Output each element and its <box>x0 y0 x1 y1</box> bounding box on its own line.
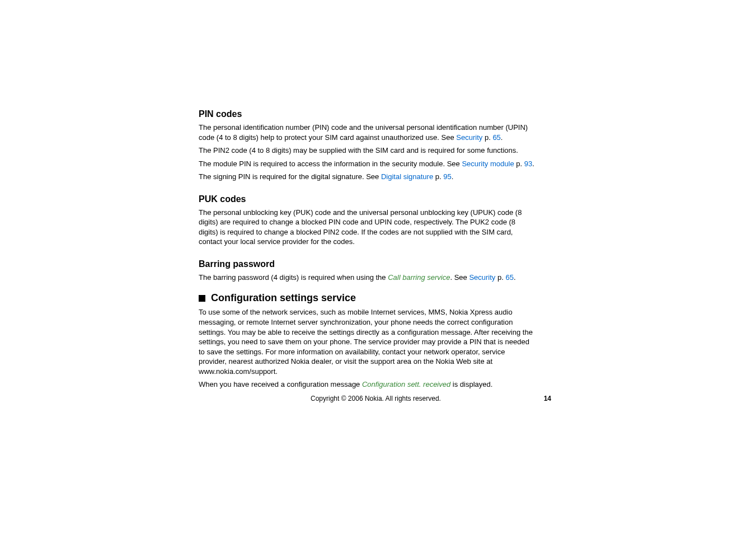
heading-puk-codes: PUK codes <box>199 194 534 204</box>
heading-barring-password: Barring password <box>199 259 534 269</box>
paragraph: To use some of the network services, suc… <box>199 307 534 376</box>
link-security-module[interactable]: Security module <box>462 160 514 168</box>
paragraph: The barring password (4 digits) is requi… <box>199 273 534 283</box>
text: . See <box>450 273 469 282</box>
paragraph: The personal identification number (PIN)… <box>199 123 534 142</box>
copyright-text: Copyright © 2006 Nokia. All rights reser… <box>311 395 441 402</box>
text: p. <box>482 133 492 142</box>
text: The signing PIN is required for the digi… <box>199 172 381 181</box>
paragraph: When you have received a configuration m… <box>199 380 534 390</box>
text: p. <box>514 160 524 168</box>
heading-pin-codes: PIN codes <box>199 109 534 119</box>
link-page-65[interactable]: 65 <box>505 273 513 282</box>
text: . <box>501 133 503 142</box>
document-body: PIN codes The personal identification nu… <box>199 109 534 393</box>
heading-text: Configuration settings service <box>211 292 356 303</box>
square-bullet-icon <box>199 295 205 302</box>
link-digital-signature[interactable]: Digital signature <box>381 172 433 181</box>
text: . <box>452 172 454 181</box>
text: The barring password (4 digits) is requi… <box>199 273 388 282</box>
text: is displayed. <box>450 380 492 388</box>
text: . <box>514 273 516 282</box>
text: The module PIN is required to access the… <box>199 160 462 168</box>
text: When you have received a configuration m… <box>199 380 362 388</box>
paragraph: The personal unblocking key (PUK) code a… <box>199 208 534 247</box>
text: p. <box>495 273 505 282</box>
paragraph: The PIN2 code (4 to 8 digits) may be sup… <box>199 146 534 156</box>
link-page-93[interactable]: 93 <box>524 160 532 168</box>
ui-term-configuration-received: Configuration sett. received <box>362 380 450 388</box>
link-page-65[interactable]: 65 <box>492 133 500 142</box>
text: . <box>532 160 534 168</box>
link-security[interactable]: Security <box>456 133 482 142</box>
ui-term-call-barring-service: Call barring service <box>388 273 450 282</box>
heading-configuration-settings-service: Configuration settings service <box>199 292 534 304</box>
page-number: 14 <box>544 395 551 402</box>
text: p. <box>433 172 443 181</box>
link-security[interactable]: Security <box>469 273 495 282</box>
link-page-95[interactable]: 95 <box>443 172 451 181</box>
paragraph: The signing PIN is required for the digi… <box>199 172 534 182</box>
paragraph: The module PIN is required to access the… <box>199 159 534 169</box>
